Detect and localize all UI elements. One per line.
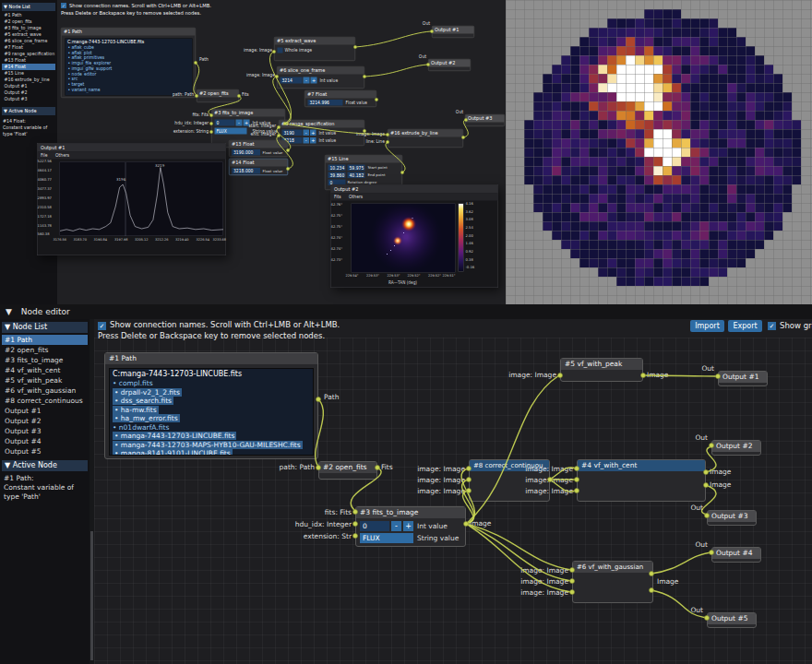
mini-node-open-fits[interactable]: #2 open_fits (197, 89, 239, 102)
extension-input[interactable]: FLUX (360, 533, 413, 543)
node-vf-with-peak[interactable]: #5 vf_with_peak (560, 358, 643, 382)
sidebar-item-path[interactable]: #1 Path (2, 335, 88, 345)
mini-output-node-1[interactable]: Output #1 (432, 26, 474, 38)
show-grid-checkbox[interactable]: ✓ (768, 322, 776, 330)
output-node-1[interactable]: Output #1 (718, 371, 768, 386)
mini-node-open-fits-title[interactable]: #2 open_fits (197, 90, 239, 98)
output-node-2[interactable]: Output #2 (711, 440, 761, 456)
sidebar-item-output2[interactable]: Output #2 (2, 416, 88, 426)
mini-range-start-input[interactable]: 3190 (282, 130, 303, 136)
mini-output1-title[interactable]: Output #1 (433, 27, 474, 34)
velocity-map[interactable] (506, 0, 812, 304)
node-path-title[interactable]: #1 Path (105, 353, 317, 364)
mini-line-y1[interactable]: 59.975 (348, 165, 365, 172)
node-vf-with-cent[interactable]: #4 vf_with_cent (577, 459, 706, 502)
output2-window-titlebar[interactable]: Output #2 (331, 185, 498, 194)
mini-output3-title[interactable]: Output #3 (466, 115, 505, 123)
mini-line-x1[interactable]: 10.234 (328, 165, 346, 172)
mini-float13-input[interactable]: 3190.000 (232, 149, 260, 156)
mini-node-slice-one-frame[interactable]: #6 slice_one_frame 3214 - + Int value (277, 66, 364, 89)
mini-sidebar-item[interactable]: #15 Line (2, 70, 55, 77)
output1-title[interactable]: Output #1 (719, 372, 767, 383)
hdu-idx-decrement-button[interactable]: - (391, 521, 401, 531)
sidebar-item-output1[interactable]: Output #1 (2, 406, 88, 416)
sidebar-item-open-fits[interactable]: #2 open_fits (2, 345, 88, 355)
mini-node-extrude-title[interactable]: #16 extrude_by_line (388, 130, 463, 137)
mini-line-x2[interactable]: 39.860 (328, 172, 346, 179)
file-item[interactable]: • manga-7443-12703-LINCUBE.fits (110, 432, 313, 441)
sidebar-item-vf-with-gaussian[interactable]: #6 vf_with_gaussian (2, 385, 88, 396)
mini-node-extract-wave-title[interactable]: #5 extract_wave (275, 38, 355, 45)
mini-sidebar-item[interactable]: #2 open_fits (2, 18, 55, 25)
node-list-header[interactable]: ▼ Node List (2, 322, 88, 333)
fits-image-view[interactable] (352, 204, 456, 273)
mini-node-float13[interactable]: #13 Float 3190.000 Float value (229, 140, 288, 157)
mini-sidebar-item[interactable]: #1 Path (2, 12, 55, 18)
mini-node-path[interactable]: #1 Path C:manga-7443-12703-LINCUBE.fits … (61, 28, 196, 98)
whole-image-checkbox[interactable] (278, 48, 283, 53)
mini-node-line15-title[interactable]: #15 Line (326, 156, 402, 163)
node-fits-to-image-title[interactable]: #3 fits_to_image (356, 507, 465, 518)
mini-sidebar-item[interactable]: #3 fits_to_image (2, 25, 55, 31)
mini-show-connection-names-checkbox[interactable]: ✓ (61, 3, 66, 8)
sidebar-item-vf-with-cent[interactable]: #4 vf_with_cent (2, 365, 88, 375)
mini-sidebar-item[interactable]: #6 slice_one_frame (2, 38, 55, 44)
sidebar-item-vf-with-peak[interactable]: #5 vf_with_peak (2, 375, 88, 385)
file-item[interactable]: • dss_search.fits (110, 397, 313, 406)
mini-slice-decrement-button[interactable]: - (304, 77, 310, 84)
mini-node-float7-title[interactable]: #7 Float (305, 91, 376, 99)
mini-sidebar-item[interactable]: Output #2 (2, 89, 55, 96)
mini-float7-input[interactable]: 3214.996 (308, 100, 343, 106)
spectrum-plot[interactable]: 3196 3219 (60, 162, 223, 236)
mini-node-extrude[interactable]: #16 extrude_by_line (388, 129, 463, 148)
node-vf-with-peak-title[interactable]: #5 vf_with_peak (561, 359, 642, 370)
output-node-4[interactable]: Output #4 (711, 547, 761, 563)
output1-window[interactable]: Output #1 File Others 5227.56 4644.17 40… (37, 143, 226, 255)
file-item[interactable]: • manga-7443-12703-MAPS-HYB10-GAU-MILESH… (110, 441, 313, 450)
mini-sidebar-item[interactable]: Output #3 (2, 96, 55, 102)
mini-node-range-title[interactable]: #9 range_specification (280, 121, 364, 128)
hdu-idx-input[interactable]: 0 (360, 521, 389, 531)
mini-sidebar-item[interactable]: #9 range_specification (2, 51, 55, 57)
mini-node-list-header[interactable]: ▼ Node List (2, 3, 55, 11)
file-item[interactable]: • manga-8141-9101-LINCUBE.fits (110, 449, 313, 456)
mini-output2-title[interactable]: Output #2 (429, 60, 471, 67)
node-fits-to-image[interactable]: #3 fits_to_image 0 - + Int value FLUX St… (355, 506, 466, 547)
hdu-idx-increment-button[interactable]: + (403, 521, 413, 531)
mini-sidebar-item[interactable]: #5 extract_wave (2, 31, 55, 38)
mini-node-float14[interactable]: #14 Float 3218.000 Float value (229, 159, 288, 175)
mini-sidebar-item[interactable]: #7 Float (2, 44, 55, 51)
mini-hdu-input[interactable]: 0 (215, 120, 235, 126)
mini-slice-increment-button[interactable]: + (311, 77, 317, 84)
file-item[interactable]: • compl.fits (110, 379, 313, 388)
mini-range-end-inc[interactable]: + (310, 137, 316, 144)
mini-range-start-dec[interactable]: - (304, 130, 310, 136)
menu-file[interactable]: File (41, 153, 48, 158)
mini-canvas[interactable]: #1 Path C:manga-7443-12703-LINCUBE.fits … (0, 0, 506, 304)
output4-title[interactable]: Output #4 (712, 548, 760, 559)
mini-slice-index-input[interactable]: 3214 (281, 77, 303, 84)
sidebar-item-fits-to-image[interactable]: #3 fits_to_image (2, 355, 88, 365)
menu-fits[interactable]: Fits (334, 195, 341, 199)
output-node-5[interactable]: Output #5 (707, 612, 757, 628)
file-item[interactable]: • ha-mw.fits (110, 406, 313, 415)
mini-node-float14-title[interactable]: #14 Float (230, 160, 288, 167)
output-node-3[interactable]: Output #3 (707, 510, 757, 526)
mini-sidebar-item-selected[interactable]: #14 Float (2, 64, 55, 70)
node-vf-with-gaussian[interactable]: #6 vf_with_gaussian (572, 561, 653, 603)
mini-node-float7[interactable]: #7 Float 3214.996 Float value (304, 90, 376, 107)
file-listbox[interactable]: C:manga-7443-12703-LINCUBE.fits • compl.… (109, 368, 314, 456)
import-button[interactable]: Import (690, 320, 724, 332)
node-editor-titlebar[interactable]: ▼ Node editor (0, 304, 812, 319)
scrollbar-thumb[interactable] (90, 531, 93, 660)
node-open-fits[interactable]: #2 open_fits (318, 461, 377, 480)
output2-title[interactable]: Output #2 (712, 441, 760, 452)
export-button[interactable]: Export (728, 320, 762, 332)
output3-title[interactable]: Output #3 (708, 511, 756, 522)
mini-file-listbox[interactable]: C:manga-7443-12703-LINCUBE.fits • aflak_… (66, 39, 193, 96)
mini-range-start-inc[interactable]: + (310, 130, 316, 136)
mini-sidebar-item[interactable]: Output #1 (2, 83, 55, 89)
mini-float14-input[interactable]: 3218.000 (232, 168, 260, 174)
sidebar-item-correct-continuous[interactable]: #8 correct_continuous (2, 396, 88, 406)
menu-others[interactable]: Others (349, 195, 363, 199)
